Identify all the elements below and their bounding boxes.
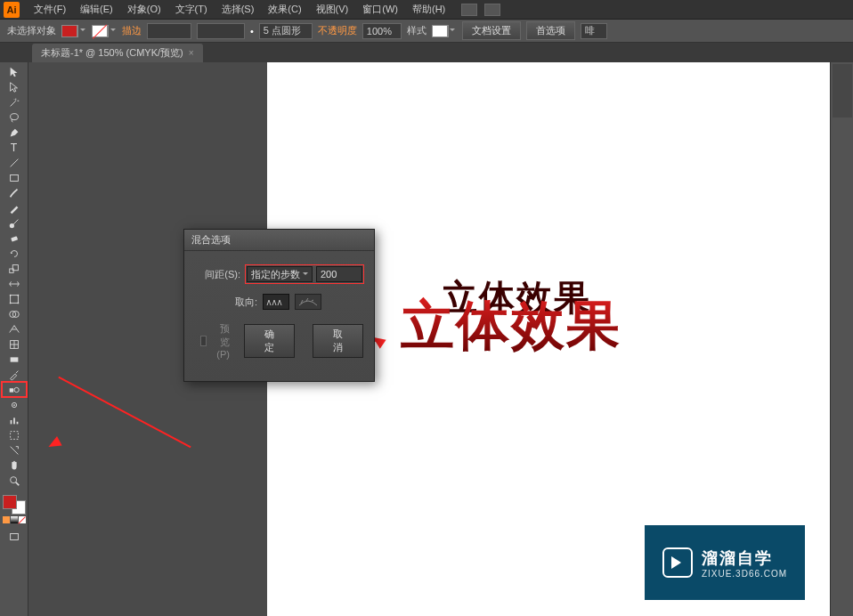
blend-tool[interactable] (2, 382, 27, 397)
collapsed-panel[interactable] (833, 64, 852, 118)
canvas-area[interactable]: 立体效果 立体效果 溜溜自学 ZIXUE.3D66.COM (28, 62, 830, 616)
stroke-weight-dropdown[interactable] (147, 23, 191, 39)
opacity-label[interactable]: 不透明度 (318, 24, 357, 37)
spacing-mode-select[interactable]: 指定的步数 (247, 266, 313, 282)
tab-title: 未标题-1* @ 150% (CMYK/预览) (41, 46, 183, 60)
watermark-url: ZIXUE.3D66.COM (702, 569, 787, 579)
orientation-align-path[interactable] (295, 294, 321, 310)
svg-rect-18 (10, 357, 18, 361)
opacity-value[interactable]: 100% (362, 23, 402, 39)
spacing-label: 间距(S): (195, 268, 240, 281)
direct-selection-tool[interactable] (2, 79, 27, 94)
lasso-tool[interactable] (2, 109, 27, 125)
document-tabbar: 未标题-1* @ 150% (CMYK/预览) × (0, 43, 853, 62)
orientation-label: 取向: (209, 296, 257, 309)
rectangle-tool[interactable] (2, 170, 27, 185)
menu-view[interactable]: 视图(V) (309, 3, 356, 16)
svg-line-2 (10, 158, 18, 166)
svg-point-22 (13, 404, 15, 406)
color-mode-none[interactable] (19, 516, 26, 523)
tab-close-icon[interactable]: × (189, 48, 194, 58)
arrange-button[interactable] (484, 4, 500, 16)
svg-rect-23 (10, 420, 12, 424)
preferences-button[interactable]: 首选项 (526, 21, 575, 40)
scale-tool[interactable] (2, 261, 27, 276)
transform-dropdown[interactable]: 啡 (581, 23, 607, 39)
watermark-title: 溜溜自学 (702, 547, 787, 569)
line-tool[interactable] (2, 155, 27, 170)
menu-object[interactable]: 对象(O) (120, 3, 168, 16)
svg-point-10 (17, 294, 19, 296)
menu-effect[interactable]: 效果(C) (261, 3, 308, 16)
menubar: Ai 文件(F) 编辑(E) 对象(O) 文字(T) 选择(S) 效果(C) 视… (0, 0, 853, 20)
free-transform-tool[interactable] (2, 291, 27, 306)
menu-edit[interactable]: 编辑(E) (73, 3, 120, 16)
svg-point-27 (10, 476, 16, 482)
color-mode-color[interactable] (3, 516, 10, 523)
menu-help[interactable]: 帮助(H) (405, 3, 452, 16)
column-graph-tool[interactable] (2, 412, 27, 427)
stroke-label[interactable]: 描边 (122, 24, 142, 37)
perspective-tool[interactable] (2, 321, 27, 336)
cancel-button[interactable]: 取消 (313, 324, 363, 358)
color-mode-gradient[interactable] (11, 516, 18, 523)
style-dropdown[interactable] (448, 25, 457, 37)
zoom-tool[interactable] (2, 473, 27, 488)
workspace: T 立体 (0, 62, 853, 616)
profile-dropdown[interactable] (197, 23, 245, 39)
menu-type[interactable]: 文字(T) (168, 3, 215, 16)
selection-tool[interactable] (2, 64, 27, 79)
svg-rect-24 (13, 417, 15, 424)
svg-rect-25 (16, 421, 18, 424)
style-swatch[interactable] (432, 25, 448, 37)
menu-window[interactable]: 窗口(W) (355, 3, 405, 16)
slice-tool[interactable] (2, 442, 27, 458)
svg-point-20 (14, 387, 19, 392)
screen-mode-button[interactable] (2, 529, 27, 544)
pen-tool[interactable] (2, 125, 27, 140)
options-bar: 未选择对象 描边 • 5 点圆形 不透明度 100% 样式 文档设置 首选项 啡 (0, 20, 853, 43)
type-tool[interactable]: T (2, 140, 27, 155)
document-tab[interactable]: 未标题-1* @ 150% (CMYK/预览) × (32, 44, 203, 62)
svg-rect-29 (10, 533, 18, 539)
eyedropper-tool[interactable] (2, 367, 27, 382)
svg-rect-3 (10, 174, 18, 181)
svg-rect-5 (11, 236, 18, 242)
hand-tool[interactable] (2, 458, 27, 473)
ok-button[interactable]: 确定 (244, 324, 295, 358)
mesh-tool[interactable] (2, 336, 27, 352)
preview-checkbox[interactable] (200, 336, 207, 346)
paintbrush-tool[interactable] (2, 185, 27, 200)
style-label: 样式 (407, 24, 426, 37)
fill-swatch[interactable] (61, 25, 77, 37)
app-icon: Ai (4, 2, 20, 18)
pencil-tool[interactable] (2, 200, 27, 215)
svg-rect-26 (10, 431, 18, 439)
fill-dropdown[interactable] (77, 25, 86, 37)
width-tool[interactable] (2, 276, 27, 291)
doc-setup-button[interactable]: 文档设置 (462, 21, 521, 40)
color-mode-buttons (3, 516, 28, 523)
rotate-tool[interactable] (2, 246, 27, 261)
blob-brush-tool[interactable] (2, 215, 27, 231)
fill-stroke-picker[interactable] (3, 495, 26, 515)
fill-color[interactable] (3, 495, 17, 509)
magic-wand-tool[interactable] (2, 94, 27, 109)
menu-file[interactable]: 文件(F) (27, 3, 73, 16)
spacing-value-input[interactable] (316, 266, 362, 282)
brush-dropdown[interactable]: 5 点圆形 (259, 23, 313, 39)
layout-button[interactable] (461, 4, 477, 16)
orientation-align-page[interactable] (263, 294, 289, 310)
watermark: 溜溜自学 ZIXUE.3D66.COM (645, 525, 805, 600)
gradient-tool[interactable] (2, 352, 27, 367)
artboard-tool[interactable] (2, 427, 27, 442)
watermark-play-icon (662, 547, 693, 578)
symbol-sprayer-tool[interactable] (2, 397, 27, 412)
svg-point-0 (10, 113, 18, 119)
menu-extras (461, 4, 500, 16)
shape-builder-tool[interactable] (2, 306, 27, 321)
stroke-swatch[interactable] (92, 25, 108, 37)
menu-select[interactable]: 选择(S) (215, 3, 262, 16)
stroke-dropdown[interactable] (108, 25, 117, 37)
eraser-tool[interactable] (2, 231, 27, 246)
